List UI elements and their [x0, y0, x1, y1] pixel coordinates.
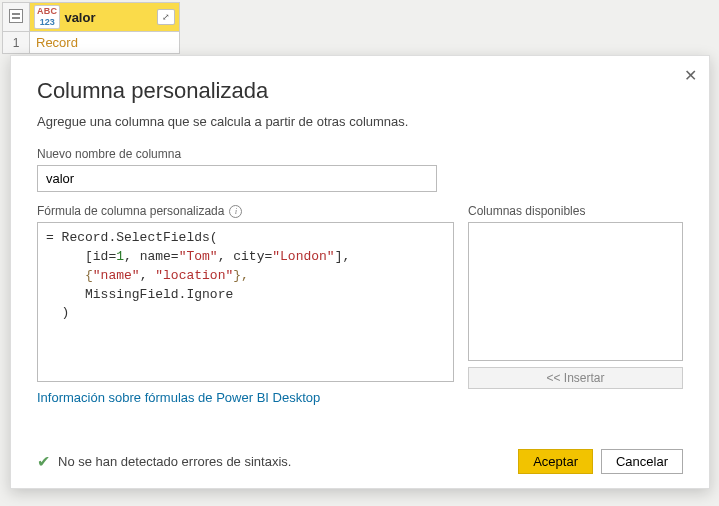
insert-button[interactable]: << Insertar [468, 367, 683, 389]
info-icon[interactable]: i [229, 205, 242, 218]
syntax-status: No se han detectado errores de sintaxis. [58, 454, 291, 469]
dialog-title: Columna personalizada [37, 78, 683, 104]
name-label: Nuevo nombre de columna [37, 147, 683, 161]
formula-help-link[interactable]: Información sobre fórmulas de Power BI D… [37, 390, 454, 405]
cell-record[interactable]: Record [30, 32, 180, 54]
expand-record-icon[interactable]: ⤢ [157, 9, 175, 25]
dialog-subtitle: Agregue una columna que se calcula a par… [37, 114, 683, 129]
check-icon: ✔ [37, 452, 50, 471]
cancel-button[interactable]: Cancelar [601, 449, 683, 474]
formula-label: Fórmula de columna personalizada i [37, 204, 454, 218]
available-columns-list[interactable] [468, 222, 683, 361]
column-name-input[interactable] [37, 165, 437, 192]
table-corner[interactable] [3, 3, 30, 32]
close-icon[interactable]: ✕ [684, 66, 697, 85]
available-columns-label: Columnas disponibles [468, 204, 683, 218]
accept-button[interactable]: Aceptar [518, 449, 593, 474]
custom-column-dialog: ✕ Columna personalizada Agregue una colu… [10, 55, 710, 489]
column-name: valor [64, 10, 153, 25]
row-number[interactable]: 1 [3, 32, 30, 54]
formula-editor[interactable]: = Record.SelectFields( [id=1, name="Tom"… [37, 222, 454, 382]
table-icon [9, 9, 23, 23]
column-header-valor[interactable]: ABC 123 valor ⤢ [30, 3, 180, 32]
column-type-icon[interactable]: ABC 123 [34, 5, 60, 29]
query-grid: ABC 123 valor ⤢ 1 Record [0, 0, 719, 56]
